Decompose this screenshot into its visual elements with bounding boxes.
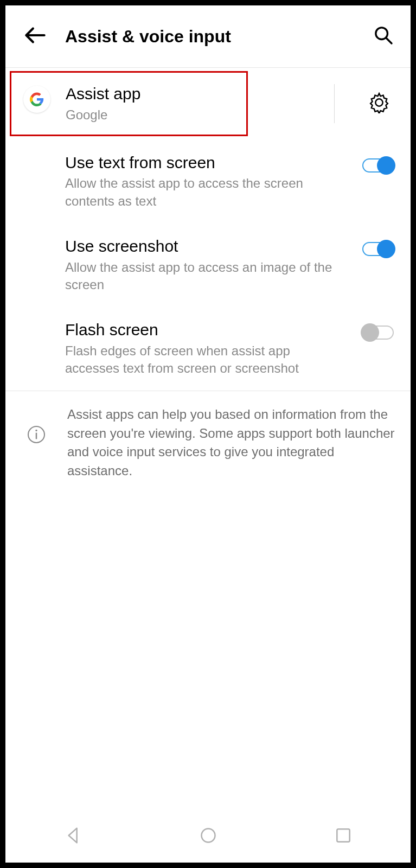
info-icon	[21, 405, 52, 445]
assist-app-row[interactable]: Assist app Google	[10, 71, 248, 136]
svg-point-2	[35, 430, 37, 431]
use-text-subtitle: Allow the assist app to access the scree…	[65, 175, 343, 210]
info-text: Assist apps can help you based on inform…	[67, 405, 395, 481]
use-screenshot-subtitle: Allow the assist app to access an image …	[65, 259, 343, 294]
svg-point-4	[201, 829, 215, 843]
use-text-title: Use text from screen	[65, 152, 343, 173]
google-icon	[23, 86, 50, 113]
assist-app-settings-button[interactable]	[368, 92, 390, 116]
nav-bar	[5, 810, 411, 863]
flash-screen-row[interactable]: Flash screen Flash edges of screen when …	[5, 307, 411, 390]
settings-list: Assist app Google Use text from screen A…	[5, 67, 411, 495]
use-screenshot-row[interactable]: Use screenshot Allow the assist app to a…	[5, 223, 411, 307]
flash-screen-subtitle: Flash edges of screen when assist app ac…	[65, 342, 343, 378]
info-row: Assist apps can help you based on inform…	[5, 391, 411, 495]
svg-rect-3	[36, 432, 37, 439]
flash-screen-toggle[interactable]	[361, 323, 395, 342]
use-text-row[interactable]: Use text from screen Allow the assist ap…	[5, 139, 411, 223]
assist-divider	[334, 84, 335, 123]
nav-recent-button[interactable]	[332, 825, 354, 848]
flash-screen-title: Flash screen	[65, 320, 343, 340]
gear-icon	[368, 92, 390, 113]
svg-rect-5	[337, 829, 349, 841]
assist-app-subtitle: Google	[66, 106, 236, 124]
use-text-toggle[interactable]	[361, 156, 395, 175]
search-icon[interactable]	[373, 24, 394, 48]
assist-app-icon	[21, 84, 53, 113]
assist-app-title: Assist app	[66, 84, 236, 104]
back-icon[interactable]	[22, 22, 49, 51]
use-screenshot-toggle[interactable]	[361, 239, 395, 259]
use-screenshot-title: Use screenshot	[65, 236, 343, 257]
page-title: Assist & voice input	[65, 27, 356, 47]
app-header: Assist & voice input	[5, 5, 411, 67]
nav-home-button[interactable]	[197, 825, 219, 848]
nav-back-button[interactable]	[62, 825, 84, 848]
assist-app-row-wrap: Assist app Google	[5, 68, 411, 139]
